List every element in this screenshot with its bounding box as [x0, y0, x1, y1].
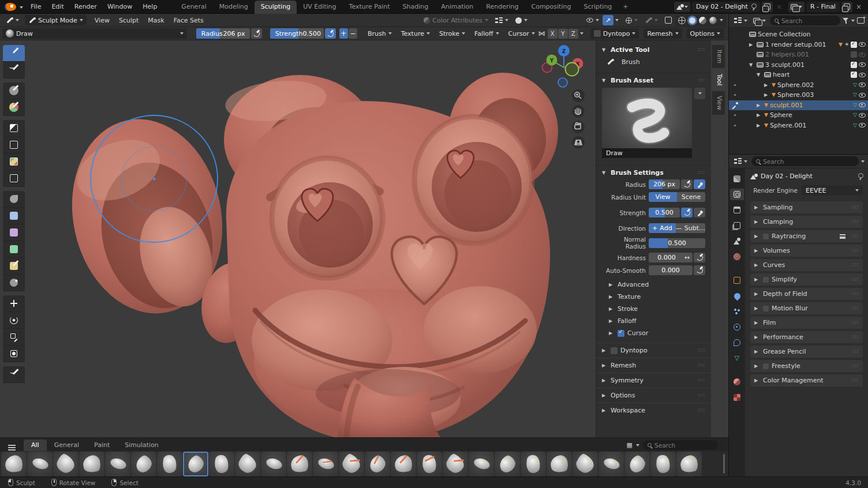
expand-icon[interactable]: ▶ [764, 92, 770, 97]
hide-eye-icon[interactable] [859, 113, 866, 118]
brush-thumbnail[interactable] [624, 452, 650, 476]
section-depth-of-field[interactable]: ▶Depth of Field∷∷ [750, 288, 863, 300]
show-overlays-toggle[interactable] [622, 16, 641, 25]
viewport-menu-sculpt[interactable]: Sculpt [114, 17, 143, 24]
shelf-tab-all[interactable]: All [24, 440, 47, 451]
brush-thumbnail[interactable] [598, 452, 624, 476]
radius-slider[interactable]: 206 px [649, 179, 680, 189]
chevron-down-icon[interactable] [20, 6, 23, 9]
tool-inflate[interactable] [3, 137, 25, 153]
panel-grip-icon[interactable]: ∷∷ [852, 219, 859, 224]
falloff-dropdown[interactable]: Falloff [471, 29, 502, 39]
remesh-dropdown[interactable]: Remesh [643, 28, 682, 39]
direction-add-button[interactable]: +Add [649, 223, 676, 233]
subpanel-texture[interactable]: ▶Texture [602, 291, 705, 303]
brush-thumbnail[interactable] [495, 452, 520, 476]
hide-eye-icon[interactable] [859, 42, 866, 47]
motion-blur-checkbox[interactable] [763, 306, 769, 311]
brush-thumbnail[interactable] [287, 452, 312, 476]
sidebar-tab-tool[interactable]: Tool [712, 69, 725, 90]
outliner-row[interactable]: ▶1 render setup.001▼☀ [729, 40, 868, 50]
hardness-pressure-toggle[interactable] [694, 253, 705, 262]
tool-transform[interactable] [3, 346, 25, 362]
tool-scale[interactable] [3, 329, 25, 346]
workspace-tab-general[interactable]: General [175, 1, 212, 14]
expand-icon[interactable]: ▶ [764, 82, 770, 88]
brush-thumbnail[interactable] [235, 452, 260, 476]
scene-browse-button[interactable] [674, 2, 690, 12]
shading-solid-button[interactable] [689, 17, 696, 24]
properties-tab-scene[interactable] [730, 235, 744, 247]
hardness-slider[interactable]: 0.000↔ [649, 253, 693, 262]
auto-smooth-pressure-toggle[interactable] [694, 265, 705, 275]
normal-radius-slider[interactable]: 0.500 [649, 238, 705, 248]
symmetry-y-toggle[interactable]: Y [558, 29, 568, 39]
panel-grip-icon[interactable]: ∷∷ [852, 335, 859, 340]
workspace-tab-compositing[interactable]: Compositing [525, 1, 577, 14]
chevron-down-icon[interactable] [720, 19, 723, 21]
axis-neg-z-ball[interactable] [558, 78, 567, 87]
section-motion-blur[interactable]: ▶Motion Blur∷∷ [750, 302, 863, 314]
section-grease-pencil[interactable]: ▶Grease Pencil∷∷ [750, 346, 863, 358]
panel-grip-icon[interactable]: ∷∷ [698, 393, 705, 398]
section-raytracing[interactable]: ▶Raytracing∷∷ [750, 230, 863, 242]
axis-neg-y-ball[interactable] [566, 63, 579, 76]
panel-grip-icon[interactable]: ∷∷ [852, 291, 859, 296]
properties-search[interactable] [751, 156, 859, 166]
panel-grip-icon[interactable]: ∷∷ [698, 170, 705, 175]
section-film[interactable]: ▶Film∷∷ [750, 317, 863, 329]
add-workspace-button[interactable]: + [618, 1, 633, 13]
hide-eye-icon[interactable] [859, 123, 866, 127]
direction-subtract-button[interactable]: —Subt… [676, 223, 705, 233]
pin-icon[interactable] [751, 3, 756, 10]
brush-thumbnail[interactable] [443, 452, 468, 476]
brush-thumbnail[interactable] [105, 452, 130, 476]
properties-editor-type[interactable] [732, 157, 749, 166]
viewport-menu-view[interactable]: View [90, 17, 114, 24]
panel-grip-icon[interactable]: ∷∷ [852, 306, 859, 311]
shelf-tab-simulation[interactable]: Simulation [117, 440, 166, 451]
shelf-tab-paint[interactable]: Paint [87, 440, 117, 451]
zoom-button[interactable] [572, 89, 585, 102]
hide-eye-icon[interactable] [859, 62, 866, 67]
shading-rendered-button[interactable] [709, 17, 717, 24]
radius-pressure-toggle[interactable] [681, 179, 693, 189]
strength-slider[interactable]: Strength 0.500 [270, 28, 324, 39]
strength-pressure-toggle[interactable] [681, 208, 693, 217]
workspace-tab-sculpting[interactable]: Sculpting [255, 1, 297, 14]
brush-thumbnail[interactable] [547, 452, 572, 476]
panel-grip-icon[interactable]: ∷∷ [852, 248, 859, 253]
outliner-search[interactable] [770, 16, 840, 25]
panel-symmetry[interactable]: ▶Symmetry∷∷ [596, 373, 711, 388]
panel-grip-icon[interactable]: ∷∷ [698, 47, 705, 52]
outliner-row[interactable]: ▼heart [729, 70, 868, 80]
shading-material-button[interactable] [699, 17, 706, 24]
symmetry-x-toggle[interactable]: X [548, 29, 558, 39]
properties-search-input[interactable] [763, 158, 854, 165]
viewport-menu-face-sets[interactable]: Face Sets [169, 17, 208, 24]
tool-layer[interactable] [3, 120, 25, 137]
properties-tab-physics[interactable] [730, 321, 744, 333]
hide-eye-icon[interactable] [859, 73, 866, 77]
workspace-tab-rendering[interactable]: Rendering [480, 1, 525, 14]
outliner-row[interactable]: ▶▼sculpt.001▽ [729, 100, 868, 111]
exclude-checkbox[interactable] [851, 42, 857, 48]
brush-thumbnail[interactable] [365, 452, 390, 476]
workspace-tab-shading[interactable]: Shading [396, 1, 435, 14]
strength-pressure-toggle[interactable] [325, 28, 335, 39]
section-clamping[interactable]: ▶Clamping∷∷ [750, 216, 863, 228]
radius-tablet-toggle[interactable] [694, 179, 705, 189]
outliner-row[interactable]: 2 helpers.001 [729, 50, 868, 60]
section-curves[interactable]: ▶Curves∷∷ [750, 259, 863, 271]
shelf-search-input[interactable] [654, 442, 713, 449]
section-freestyle[interactable]: ▶Freestyle∷∷ [750, 360, 863, 372]
tool-smooth[interactable] [3, 191, 25, 208]
shelf-tab-general[interactable]: General [47, 440, 87, 451]
properties-tab-world[interactable] [730, 251, 744, 262]
freestyle-checkbox[interactable] [763, 363, 769, 369]
workspace-tab-uv-editing[interactable]: UV Editing [297, 1, 342, 14]
exclude-checkbox[interactable] [851, 51, 857, 58]
brush-thumbnail[interactable] [339, 452, 364, 476]
dyntopo-checkbox[interactable] [611, 347, 618, 354]
hide-eye-icon[interactable] [859, 52, 866, 57]
